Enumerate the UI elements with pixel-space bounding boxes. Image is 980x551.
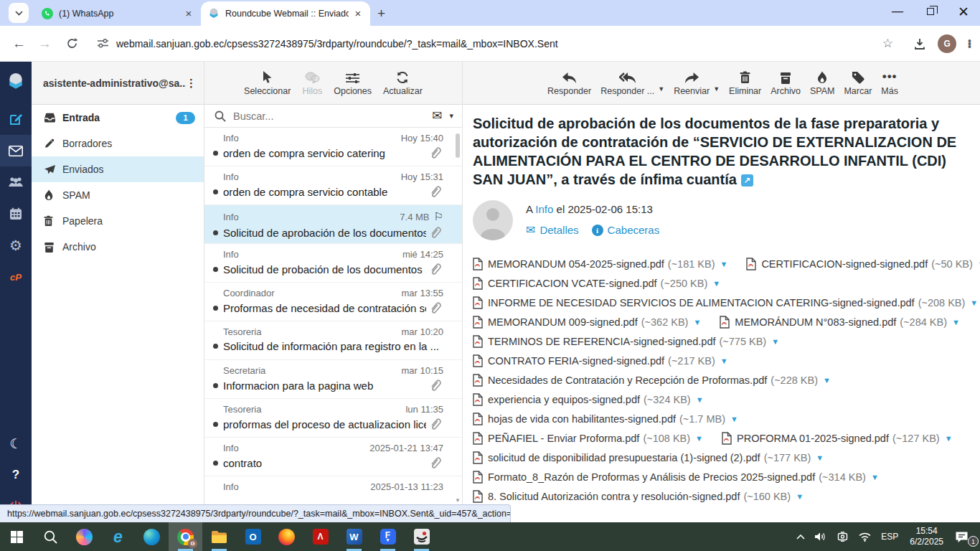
spam-button[interactable]: SPAM (810, 70, 835, 96)
volume-icon[interactable] (810, 522, 831, 551)
new-tab-button[interactable]: + (377, 6, 385, 22)
attachment-item[interactable]: CERTIFICACION VCATE-signed.pdf (~250 KB)… (473, 277, 720, 290)
taskbar-search-button[interactable] (34, 522, 67, 551)
taskbar-f-app[interactable]: F▾ (371, 522, 405, 551)
reply-all-menu-caret[interactable]: ▼ (658, 85, 664, 93)
message-row[interactable]: Info mié 14:25 ⚐ Solicitud de probación … (204, 244, 462, 283)
message-row[interactable]: Info 7.4 MB ⚐ Solicitud de aprobación de… (204, 205, 462, 244)
message-row[interactable]: Info Hoy 15:40 ⚐ orden de compra servici… (204, 128, 462, 166)
reload-button[interactable] (66, 37, 78, 50)
select-button[interactable]: Seleccionar (244, 70, 291, 96)
attachment-menu-caret[interactable]: ▼ (720, 357, 728, 365)
folder-item-archivo[interactable]: Archivo (32, 234, 204, 260)
language-indicator[interactable]: ESP (876, 522, 903, 551)
tab-whatsapp[interactable]: (1) WhatsApp × (34, 1, 201, 26)
taskbar-edge[interactable] (135, 522, 169, 551)
window-restore-button[interactable] (914, 0, 947, 23)
profile-avatar[interactable]: G (938, 34, 956, 53)
attachment-menu-caret[interactable]: ▼ (823, 376, 831, 385)
reply-all-button[interactable]: Responder ... (600, 70, 654, 96)
attachment-item[interactable]: Formato_8_Razón de Proformas y Análisis … (473, 471, 879, 484)
tab-close-icon[interactable]: × (182, 7, 195, 20)
forward-button[interactable]: Reenviar (674, 70, 710, 96)
refresh-button[interactable]: Actualizar (383, 70, 423, 96)
tab-search-button[interactable] (9, 3, 29, 23)
attachment-menu-caret[interactable]: ▼ (871, 473, 879, 481)
tab-close-icon[interactable]: × (352, 7, 364, 20)
attachment-menu-caret[interactable]: ▼ (945, 434, 953, 443)
attachment-item[interactable]: hojas de vida con habilitantes-signed.pd… (473, 413, 738, 425)
message-list-scrollbar[interactable]: ▼ (454, 132, 461, 504)
message-row[interactable]: Tesoreria lun 11:35 ⚐ proformas del proc… (204, 399, 462, 438)
window-minimize-button[interactable]: — (881, 0, 914, 23)
attachment-menu-caret[interactable]: ▼ (816, 453, 824, 462)
attachment-menu-caret[interactable]: ▼ (771, 337, 779, 346)
notification-center-button[interactable]: 1 (950, 522, 980, 551)
attachment-item[interactable]: 8. Solicitud Autorización contra y resol… (473, 490, 804, 503)
attachment-item[interactable]: MEMORÁNDUM N°083-signed.pdf (~284 KB) ▼ (720, 316, 960, 329)
tab-roundcube[interactable]: Roundcube Webmail :: Enviados × (201, 1, 370, 26)
attachment-item[interactable]: INFORME DE NECESIDAD SERVICIOS DE ALIMEN… (473, 296, 978, 309)
start-button[interactable] (0, 522, 34, 551)
open-in-new-window-icon[interactable]: ↗ (741, 174, 753, 187)
bookmark-star-icon[interactable]: ☆ (882, 36, 893, 51)
dark-mode-button[interactable]: ☾ (0, 428, 32, 459)
search-input[interactable] (233, 110, 432, 122)
attachment-item[interactable]: Necesidades de Contratación y Recepción … (473, 374, 831, 387)
account-menu-icon[interactable]: ⋮ (186, 77, 197, 90)
search-scope-mail-icon[interactable]: ✉ (432, 108, 442, 123)
attachment-menu-caret[interactable]: ▼ (696, 395, 704, 404)
attachment-item[interactable]: MEMORANDUM 054-2025-signed.pdf (~181 KB)… (473, 258, 727, 270)
compose-button[interactable] (0, 103, 32, 135)
folder-item-spam[interactable]: SPAM (32, 182, 204, 208)
message-row[interactable]: Secretaria mar 10:15 ⚐ Informacion para … (204, 360, 462, 399)
attachment-menu-caret[interactable]: ▼ (720, 260, 728, 268)
taskbar-firefox[interactable] (270, 522, 303, 551)
delete-button[interactable]: Eliminar (729, 70, 761, 96)
browser-menu-icon[interactable]: ••• (968, 39, 971, 48)
forward-button[interactable]: → (38, 36, 52, 52)
contacts-nav-button[interactable] (0, 166, 32, 198)
attachment-item[interactable]: PROFORMA 01-2025-signed.pdf (~127 KB) ▼ (722, 432, 953, 445)
recipient-link[interactable]: Info (535, 203, 553, 215)
forward-menu-caret[interactable]: ▼ (713, 85, 720, 93)
taskbar-copilot[interactable] (67, 522, 101, 551)
clock[interactable]: 15:54 6/2/2025 (903, 526, 950, 547)
folder-item-papelera[interactable]: Papelera (32, 208, 204, 234)
attachment-item[interactable]: solicitud de disponibilidad presupuestar… (473, 451, 824, 464)
address-bar[interactable]: webmail.sanjuan.gob.ec/cpsess3272438975/… (90, 32, 903, 56)
back-button[interactable]: ← (12, 36, 26, 52)
mail-nav-button[interactable] (0, 135, 32, 166)
cpanel-button[interactable]: cP (0, 261, 32, 293)
taskbar-internet-explorer[interactable]: e (101, 522, 135, 551)
attachment-menu-caret[interactable]: ▼ (693, 318, 701, 326)
attachment-item[interactable]: TERMINOS DE REFERENCIA-signed-signed.pdf… (473, 335, 779, 348)
scroll-down-icon[interactable]: ▼ (454, 497, 461, 504)
taskbar-acrobat[interactable]: Λ (303, 522, 337, 551)
search-options-caret-icon[interactable]: ▾ (449, 111, 453, 121)
message-row[interactable]: Info Hoy 15:31 ⚐ orden de compra servici… (204, 166, 462, 205)
archive-button[interactable]: Archivo (771, 70, 801, 96)
attachment-menu-caret[interactable]: ▼ (695, 434, 703, 443)
folder-item-enviados[interactable]: Enviados (32, 156, 204, 182)
attachment-menu-caret[interactable]: ▼ (970, 298, 978, 307)
taskbar-java[interactable] (405, 522, 438, 551)
calendar-nav-button[interactable] (0, 198, 32, 230)
details-toggle[interactable]: ✉ Detalles (526, 223, 579, 237)
attachment-item[interactable]: experiencia y equipos-signed.pdf (~324 K… (473, 393, 704, 406)
window-close-button[interactable]: ✕ (947, 0, 980, 23)
attachment-menu-caret[interactable]: ▼ (796, 492, 804, 501)
message-row[interactable]: Tesoreria mar 10:20 ⚐ Solicitud de infor… (204, 321, 462, 360)
mark-button[interactable]: Marcar (844, 70, 872, 96)
attachment-menu-caret[interactable]: ▼ (712, 279, 720, 288)
attachment-menu-caret[interactable]: ▼ (952, 318, 960, 326)
message-row[interactable]: Info 2025-01-21 13:47 ⚐ contrato (204, 438, 462, 476)
taskbar-word[interactable]: W (337, 522, 371, 551)
attachment-menu-caret[interactable]: ▼ (730, 415, 738, 423)
attachment-item[interactable]: CONTRATO FERIA-signed-signed.pdf (~217 K… (473, 354, 728, 367)
help-button[interactable]: ? (0, 459, 32, 491)
attachment-item[interactable]: PEÑAFIEL - Enviar Proforma.pdf (~108 KB)… (473, 432, 703, 445)
threads-button[interactable]: Hilos (302, 70, 322, 96)
more-button[interactable]: ••• Más (881, 70, 898, 96)
taskbar-chrome[interactable]: G (169, 522, 202, 551)
